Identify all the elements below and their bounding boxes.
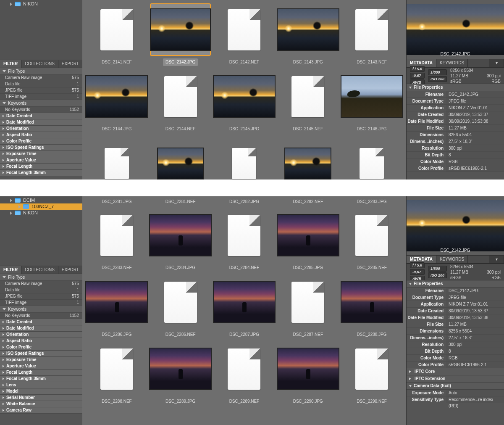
thumbnail-cell[interactable] [86,135,147,180]
filter-category[interactable]: Date Created [0,113,82,119]
filter-category[interactable]: Exposure Time [0,357,82,363]
filter-category[interactable]: Camera Raw [0,407,82,414]
thumbnail-cell[interactable]: DSC_2290.NEF [341,341,403,408]
filter-category[interactable]: Focal Length [0,164,82,170]
filter-category[interactable]: ISO Speed Ratings [0,145,82,151]
disclosure-triangle-icon[interactable] [3,340,4,342]
filter-category[interactable]: Exposure Time [0,151,82,157]
filter-category[interactable]: Focal Length [0,370,82,376]
disclosure-triangle-icon[interactable] [3,146,4,149]
filter-row[interactable]: Camera Raw image575 [0,75,82,81]
filter-category[interactable]: White Balance [0,401,82,407]
filter-row[interactable]: Data file1 [0,81,82,87]
disclosure-triangle-icon[interactable] [3,384,4,386]
filter-section-header[interactable]: Keywords [0,306,82,313]
tab-filter[interactable]: FILTER [0,266,21,274]
filter-category[interactable]: ISO Speed Ratings [0,351,82,357]
disclosure-triangle-icon[interactable] [3,159,4,161]
filter-category[interactable]: Date Modified [0,119,82,126]
folder-tree-item[interactable]: 103NCZ_7 [0,203,82,210]
filter-row[interactable]: JPEG file575 [0,293,82,300]
thumbnail-cell[interactable]: DSC_2284.NEF [213,207,275,274]
thumbnail-cell[interactable]: DSC_2142.JPG [150,2,211,69]
filter-category[interactable]: Color Profile [0,138,82,145]
thumbnail-cell[interactable]: DSC_2145.JPG [213,69,275,135]
thumbnail-cell[interactable] [213,135,275,180]
disclosure-triangle-icon[interactable] [3,396,4,399]
filter-row[interactable]: No Keywords1152 [0,107,82,113]
thumbnail-cell[interactable]: DSC_2144.JPG [86,69,147,135]
thumbnail-grid[interactable]: DSC_2281.JPGDSC_2281.NEFDSC_2282.JPGDSC_… [82,196,406,425]
disclosure-triangle-icon[interactable] [3,377,4,380]
disclosure-triangle-icon[interactable] [3,70,6,72]
thumbnail-cell[interactable]: DSC_2284.JPG [150,207,211,274]
thumbnail-cell[interactable] [277,135,339,180]
filter-section-header[interactable]: Keywords [0,100,82,107]
thumbnail-cell[interactable]: DSC_2287.JPG [213,274,275,341]
folder-tree-item[interactable]: NIKON [0,210,82,216]
disclosure-triangle-icon[interactable] [3,371,4,374]
filter-row[interactable]: TIFF image1 [0,300,82,306]
tab-filter[interactable]: FILTER [0,60,21,68]
thumbnail-cell[interactable]: DSC_2289.NEF [213,341,275,408]
filter-category[interactable]: Aspect Ratio [0,132,82,138]
thumbnail-cell[interactable]: DSC_2286.NEF [150,274,211,341]
disclosure-triangle-icon[interactable] [3,352,4,355]
disclosure-triangle-icon[interactable] [3,121,4,124]
disclosure-triangle-icon[interactable] [3,365,4,367]
thumbnail-cell[interactable]: DSC_2285.JPG [277,207,339,274]
thumbnail-cell[interactable]: DSC_2146.JPG [341,69,403,135]
thumbnail-cell[interactable]: DSC_2144.NEF [150,69,211,135]
tab-keywords[interactable]: KEYWORDS [436,59,468,67]
disclosure-triangle-icon[interactable] [10,3,12,6]
filter-row[interactable]: No Keywords1152 [0,313,82,319]
disclosure-triangle-icon[interactable] [10,211,12,215]
disclosure-triangle-icon[interactable] [3,134,4,136]
filter-category[interactable]: Date Modified [0,325,82,332]
disclosure-triangle-icon[interactable] [3,102,6,104]
disclosure-triangle-icon[interactable] [3,140,4,143]
tab-collections[interactable]: COLLECTIONS [21,60,58,68]
filter-category[interactable]: Date Created [0,319,82,325]
filter-category[interactable]: Model [0,388,82,395]
filter-category[interactable]: Serial Number [0,395,82,401]
filter-row[interactable]: JPEG file575 [0,87,82,94]
disclosure-triangle-icon[interactable] [3,165,4,168]
folder-tree-item[interactable]: DCIM [0,197,82,203]
thumbnail-cell[interactable]: DSC_2287.NEF [277,274,339,341]
folder-tree-item[interactable]: NIKON [0,1,82,7]
filter-category[interactable]: Focal Length 35mm [0,170,82,176]
disclosure-triangle-icon[interactable] [409,283,412,285]
thumbnail-cell[interactable]: DSC_2143.JPG [277,2,339,69]
filter-row[interactable]: Camera Raw image575 [0,281,82,287]
thumbnail-cell[interactable]: DSC_2290.JPG [277,341,339,408]
disclosure-triangle-icon[interactable] [10,199,12,202]
disclosure-triangle-icon[interactable] [3,308,6,310]
disclosure-triangle-icon[interactable] [3,390,4,393]
disclosure-triangle-icon[interactable] [3,172,4,174]
disclosure-triangle-icon[interactable] [3,276,6,278]
thumbnail-cell[interactable]: DSC_2142.NEF [213,2,275,69]
metadata-section-header[interactable]: IPTC Core [407,368,504,375]
disclosure-triangle-icon[interactable] [409,370,412,373]
thumbnail-cell[interactable]: DSC_2288.JPG [341,274,403,341]
thumbnail-cell[interactable]: DSC_2283.NEF [86,207,147,274]
metadata-section-header[interactable]: Camera Data (Exif) [407,383,504,390]
tab-collections[interactable]: COLLECTIONS [21,266,58,274]
filter-category[interactable]: Orientation [0,126,82,132]
disclosure-triangle-icon[interactable] [3,409,4,412]
tab-export[interactable]: EXPORT [58,60,83,68]
thumbnail-cell[interactable] [150,135,211,180]
tab-export[interactable]: EXPORT [58,266,83,274]
thumbnail-cell[interactable] [341,135,403,180]
filter-category[interactable]: Color Profile [0,344,82,351]
thumbnail-grid[interactable]: DSC_2141.NEFDSC_2142.JPGDSC_2142.NEFDSC_… [82,0,406,180]
disclosure-triangle-icon[interactable] [3,115,4,117]
disclosure-triangle-icon[interactable] [409,377,412,380]
metadata-section-header[interactable]: File Properties [407,84,504,91]
tab-keywords[interactable]: KEYWORDS [436,256,468,263]
disclosure-triangle-icon[interactable] [409,87,412,89]
thumbnail-cell[interactable]: DSC_2145.NEF [277,69,339,135]
thumbnail-cell[interactable]: DSC_2288.NEF [86,341,147,408]
filter-category[interactable]: Aspect Ratio [0,338,82,344]
